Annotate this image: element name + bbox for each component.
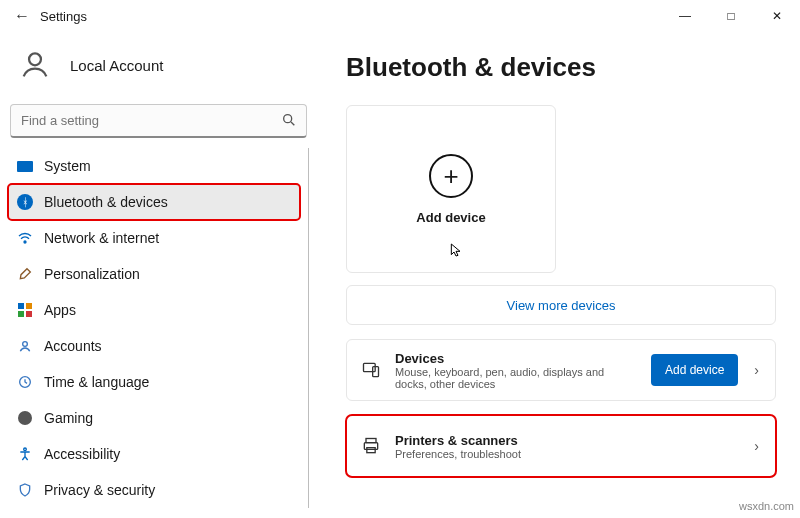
sidebar-item-label: Apps — [44, 302, 76, 318]
search-icon — [281, 112, 297, 131]
settings-row-printers-scanners[interactable]: Printers & scanners Preferences, trouble… — [346, 415, 776, 477]
row-title: Printers & scanners — [395, 433, 738, 448]
add-device-label: Add device — [416, 210, 485, 225]
svg-point-3 — [24, 241, 26, 243]
svg-point-6 — [24, 448, 27, 451]
cursor-icon — [448, 242, 464, 262]
devices-icon — [359, 360, 383, 380]
plus-icon: + — [429, 154, 473, 198]
row-title: Devices — [395, 351, 639, 366]
account-name: Local Account — [70, 57, 163, 74]
sidebar-item-network[interactable]: Network & internet — [8, 220, 300, 256]
wifi-icon — [16, 229, 34, 247]
system-icon — [16, 157, 34, 175]
svg-point-0 — [29, 53, 41, 65]
add-device-card[interactable]: + Add device — [346, 105, 556, 273]
close-button[interactable]: ✕ — [754, 0, 800, 32]
sidebar-item-privacy-security[interactable]: Privacy & security — [8, 472, 300, 508]
sidebar-item-personalization[interactable]: Personalization — [8, 256, 300, 292]
svg-rect-7 — [364, 363, 376, 371]
sidebar-item-label: Privacy & security — [44, 482, 155, 498]
accounts-icon — [16, 337, 34, 355]
printer-icon — [359, 436, 383, 456]
clock-icon — [16, 373, 34, 391]
minimize-button[interactable]: — — [662, 0, 708, 32]
svg-line-2 — [291, 122, 294, 125]
chevron-right-icon: › — [750, 362, 763, 378]
chevron-right-icon: › — [750, 438, 763, 454]
svg-point-1 — [284, 115, 292, 123]
sidebar-item-label: Bluetooth & devices — [44, 194, 168, 210]
sidebar-item-accounts[interactable]: Accounts — [8, 328, 300, 364]
search-input[interactable] — [10, 104, 307, 138]
row-subtitle: Preferences, troubleshoot — [395, 448, 738, 460]
brush-icon — [16, 265, 34, 283]
gaming-icon — [16, 409, 34, 427]
bluetooth-icon: ᚼ — [16, 193, 34, 211]
sidebar-item-label: Gaming — [44, 410, 93, 426]
sidebar-item-label: Accessibility — [44, 446, 120, 462]
shield-icon — [16, 481, 34, 499]
sidebar-item-label: System — [44, 158, 91, 174]
watermark: wsxdn.com — [739, 500, 794, 512]
page-title: Bluetooth & devices — [346, 52, 776, 83]
row-subtitle: Mouse, keyboard, pen, audio, displays an… — [395, 366, 639, 390]
sidebar-item-bluetooth-devices[interactable]: ᚼ Bluetooth & devices — [8, 184, 300, 220]
accessibility-icon — [16, 445, 34, 463]
sidebar-item-label: Accounts — [44, 338, 102, 354]
settings-row-devices[interactable]: Devices Mouse, keyboard, pen, audio, dis… — [346, 339, 776, 401]
sidebar-item-label: Time & language — [44, 374, 149, 390]
sidebar-item-system[interactable]: System — [8, 148, 300, 184]
sidebar-item-accessibility[interactable]: Accessibility — [8, 436, 300, 472]
sidebar-item-time-language[interactable]: Time & language — [8, 364, 300, 400]
search-box[interactable] — [10, 104, 307, 138]
sidebar-item-label: Network & internet — [44, 230, 159, 246]
view-more-devices-button[interactable]: View more devices — [346, 285, 776, 325]
sidebar-item-gaming[interactable]: Gaming — [8, 400, 300, 436]
svg-point-4 — [23, 342, 28, 347]
view-more-label: View more devices — [507, 298, 616, 313]
sidebar-item-apps[interactable]: Apps — [8, 292, 300, 328]
apps-icon — [16, 301, 34, 319]
add-device-button[interactable]: Add device — [651, 354, 738, 386]
sidebar-item-label: Personalization — [44, 266, 140, 282]
back-button[interactable]: ← — [10, 7, 34, 25]
svg-rect-11 — [367, 448, 375, 453]
maximize-button[interactable]: □ — [708, 0, 754, 32]
avatar[interactable] — [14, 44, 56, 86]
window-title: Settings — [40, 9, 87, 24]
